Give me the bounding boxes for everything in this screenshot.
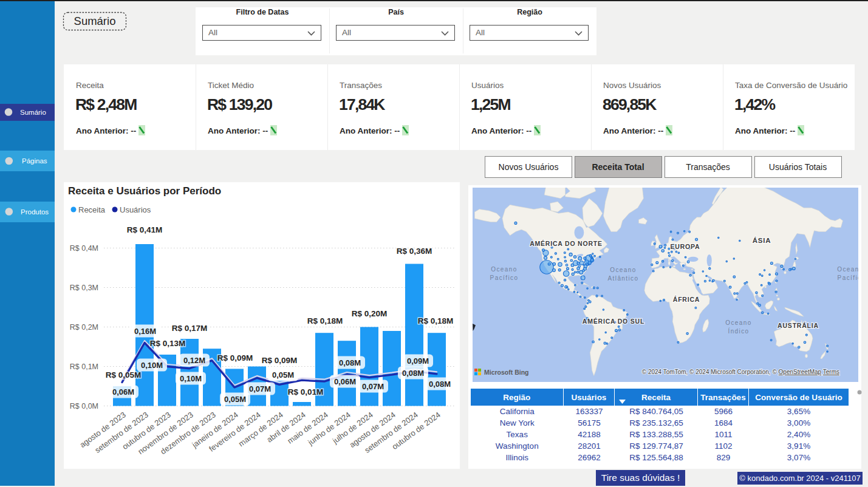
svg-text:R$ 0,1M: R$ 0,1M	[70, 363, 98, 371]
svg-text:Sumário: Sumário	[20, 109, 46, 116]
svg-text:R$ 0,09M: R$ 0,09M	[217, 353, 253, 363]
svg-text:R$ 0,18M: R$ 0,18M	[418, 316, 454, 325]
svg-text:Oceano: Oceano	[610, 267, 636, 273]
svg-text:0,05M: 0,05M	[224, 395, 246, 404]
svg-text:R$ 0,41M: R$ 0,41M	[127, 225, 163, 234]
svg-text:0,09M: 0,09M	[407, 356, 429, 366]
svg-text:0,07M: 0,07M	[362, 382, 384, 391]
svg-text:0,16M: 0,16M	[134, 327, 156, 336]
svg-text:Índico: Índico	[728, 327, 749, 335]
svg-text:© 2024 TomTom, © 2024 Microsof: © 2024 TomTom, © 2024 Microsoft Corporat…	[642, 369, 839, 375]
svg-text:AMÉRICA DO SUL: AMÉRICA DO SUL	[583, 318, 644, 325]
svg-text:R$ 0,05M: R$ 0,05M	[106, 370, 142, 380]
svg-text:R$ 0,36M: R$ 0,36M	[397, 247, 432, 256]
svg-text:Receita: Receita	[78, 205, 106, 214]
svg-text:R$ 0,18M: R$ 0,18M	[307, 316, 343, 325]
svg-text:0,06M: 0,06M	[112, 387, 134, 397]
svg-text:0,08M: 0,08M	[429, 380, 451, 389]
svg-text:0,07M: 0,07M	[249, 384, 271, 393]
svg-text:Sumário: Sumário	[74, 15, 116, 27]
svg-text:Oceano: Oceano	[491, 266, 517, 273]
svg-text:0,05M: 0,05M	[272, 370, 294, 380]
svg-text:R$ 0,17M: R$ 0,17M	[172, 324, 208, 333]
svg-text:ÁFRICA: ÁFRICA	[673, 296, 700, 303]
svg-text:ÁSIA: ÁSIA	[753, 237, 771, 244]
svg-text:R$ 0,01M: R$ 0,01M	[288, 387, 324, 397]
svg-text:0,08M: 0,08M	[402, 369, 424, 378]
svg-text:0,10M: 0,10M	[141, 361, 163, 370]
svg-text:R$ 0,2M: R$ 0,2M	[70, 323, 98, 332]
svg-text:Microsoft Bing: Microsoft Bing	[484, 369, 529, 376]
svg-text:0,08M: 0,08M	[339, 358, 361, 367]
svg-text:AUSTRÁLIA: AUSTRÁLIA	[777, 322, 819, 329]
svg-text:AMÉRICA DO NORTE: AMÉRICA DO NORTE	[530, 240, 603, 247]
svg-text:Oceano: Oceano	[725, 319, 751, 326]
svg-text:Pacífico: Pacífico	[838, 274, 858, 281]
svg-text:R$ 0,4M: R$ 0,4M	[70, 244, 98, 253]
svg-text:Atlântico: Atlântico	[608, 275, 639, 282]
svg-text:Páginas: Páginas	[22, 157, 47, 165]
svg-text:0,12M: 0,12M	[183, 356, 205, 365]
svg-text:0,06M: 0,06M	[334, 377, 356, 386]
svg-text:R$ 0,3M: R$ 0,3M	[70, 284, 98, 292]
svg-text:Pacífico: Pacífico	[490, 274, 519, 281]
svg-text:0,10M: 0,10M	[180, 374, 202, 383]
svg-text:Oceano: Oceano	[837, 266, 858, 273]
svg-text:R$ 0,09M: R$ 0,09M	[262, 356, 298, 365]
svg-text:R$ 0,13M: R$ 0,13M	[150, 339, 186, 348]
svg-text:Produtos: Produtos	[21, 208, 49, 216]
svg-text:Receita e Usuários por Período: Receita e Usuários por Período	[68, 185, 221, 197]
svg-text:R$ 0,20M: R$ 0,20M	[352, 309, 388, 318]
svg-text:EUROPA: EUROPA	[671, 243, 700, 250]
svg-text:Usuários: Usuários	[120, 205, 151, 214]
svg-text:R$ 0,0M: R$ 0,0M	[70, 402, 98, 410]
